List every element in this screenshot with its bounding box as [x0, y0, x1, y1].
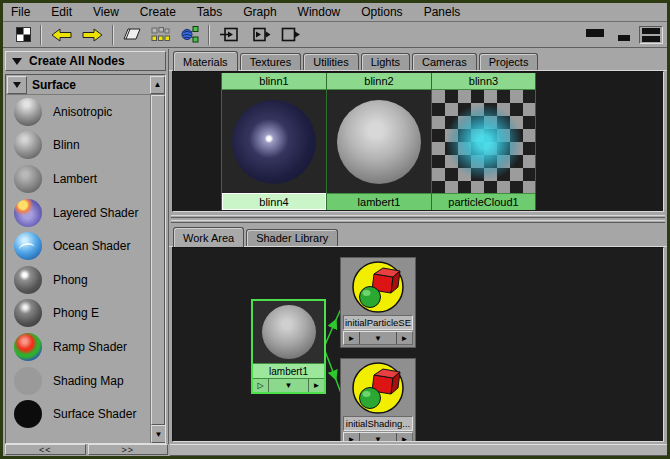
expand-sidebar-button[interactable]: >>	[88, 444, 169, 455]
lambert1-node-footer: ▷ ▼ ►	[253, 378, 324, 392]
node-output-arrow[interactable]: ►	[397, 433, 412, 442]
menu-create[interactable]: Create	[140, 5, 176, 19]
swatch-label-lambert1[interactable]: lambert1	[327, 193, 431, 210]
tab-shader-library[interactable]: Shader Library	[246, 229, 338, 247]
node-expand-arrow[interactable]: ▼	[268, 379, 309, 392]
blinn-swatch-icon	[14, 131, 42, 159]
list-item-layered-shader[interactable]: Layered Shader	[6, 196, 150, 230]
list-item-label: Anisotropic	[53, 105, 112, 119]
collapse-sidebar-button[interactable]: <<	[5, 444, 86, 455]
swatch-label-blinn2[interactable]: blinn2	[327, 73, 431, 90]
navy-sphere-swatch	[232, 100, 316, 184]
swatch-label-blinn1[interactable]: blinn1	[222, 73, 326, 90]
node-label-initialshadinggroup: initialShading...	[343, 416, 413, 431]
input-connections-icon[interactable]	[217, 25, 241, 44]
layout-bottom-pane-button[interactable]	[611, 26, 635, 44]
layout-top-pane-button[interactable]	[583, 26, 607, 44]
tab-projects[interactable]: Projects	[479, 53, 539, 71]
menu-window[interactable]: Window	[298, 5, 341, 19]
tab-lights[interactable]: Lights	[361, 53, 410, 71]
panel-splitter[interactable]	[171, 212, 665, 225]
list-item-phong[interactable]: Phong	[6, 263, 150, 297]
list-item-surface-shader[interactable]: Surface Shader	[6, 397, 150, 431]
menu-file[interactable]: File	[11, 5, 30, 19]
tab-cameras[interactable]: Cameras	[412, 53, 477, 71]
menu-edit[interactable]: Edit	[51, 5, 72, 19]
back-arrow-icon[interactable]	[49, 26, 74, 44]
list-item-ocean-shader[interactable]: Ocean Shader	[6, 229, 150, 263]
surface-dropdown-button[interactable]	[7, 76, 27, 94]
scroll-down-button[interactable]: ▼	[151, 425, 165, 443]
tab-textures[interactable]: Textures	[240, 53, 302, 71]
materials-tab-bar: Materials Textures Utilities Lights Came…	[169, 49, 667, 71]
work-area-graph[interactable]: lambert1 ▷ ▼ ►	[172, 247, 664, 442]
window-resize-strip[interactable]	[170, 444, 667, 456]
node-input-arrow[interactable]: ►	[344, 433, 359, 442]
menu-panels[interactable]: Panels	[424, 5, 461, 19]
splitter-ridge	[171, 215, 665, 218]
node-initialparticlese[interactable]: initialParticleSE ► ▼ ►	[340, 257, 416, 348]
surface-shader-swatch-icon	[14, 400, 42, 428]
material-swatch-particlecloud1[interactable]	[432, 90, 535, 193]
hypershade-window: File Edit View Create Tabs Graph Window …	[0, 0, 670, 459]
create-all-nodes-bar[interactable]: Create All Nodes	[5, 51, 166, 71]
surface-section-header: Surface ▲	[6, 75, 165, 95]
node-label-initialparticlese: initialParticleSE	[343, 315, 413, 330]
list-item-label: Shading Map	[53, 374, 124, 388]
list-item-shading-map[interactable]: Shading Map	[6, 364, 150, 398]
swatch-label-blinn3[interactable]: blinn3	[432, 73, 535, 90]
list-item-lambert[interactable]: Lambert	[6, 162, 150, 196]
anisotropic-swatch-icon	[14, 98, 42, 126]
shading-group-icon	[341, 258, 415, 315]
list-item-label: Blinn	[53, 138, 80, 152]
forward-arrow-icon[interactable]	[80, 26, 105, 44]
collapse-triangle-icon	[12, 58, 22, 65]
swatch-toggle-icon[interactable]	[14, 25, 33, 44]
material-swatch-blinn4[interactable]	[222, 90, 326, 193]
node-output-arrow[interactable]: ►	[397, 332, 412, 344]
lambert-swatch-icon	[14, 165, 42, 193]
tab-materials[interactable]: Materials	[173, 51, 238, 71]
list-item-label: Phong	[53, 273, 88, 287]
output-connections-icon[interactable]	[279, 25, 303, 44]
rearrange-graph-icon[interactable]	[149, 25, 172, 44]
graph-network-icon[interactable]	[178, 24, 201, 45]
material-swatch-lambert1[interactable]	[327, 90, 431, 193]
tab-utilities[interactable]: Utilities	[303, 53, 358, 71]
materials-swatch-area[interactable]: blinn1 blinn4 blinn2 lambert1	[172, 71, 664, 212]
node-expand-arrow[interactable]: ▼	[359, 433, 397, 442]
menu-options[interactable]: Options	[361, 5, 402, 19]
node-expand-arrow[interactable]: ▼	[359, 332, 397, 344]
menu-view[interactable]: View	[93, 5, 119, 19]
clear-graph-icon[interactable]	[121, 26, 143, 43]
scroll-up-button[interactable]: ▲	[150, 76, 165, 94]
tab-work-area[interactable]: Work Area	[173, 227, 244, 247]
swatch-label-blinn4[interactable]: blinn4	[222, 193, 326, 210]
list-item-anisotropic[interactable]: Anisotropic	[6, 95, 150, 129]
list-item-ramp-shader[interactable]: Ramp Shader	[6, 330, 150, 364]
node-output-arrow[interactable]: ►	[309, 379, 324, 392]
surface-panel: Surface ▲ Anisotropic Blinn	[5, 74, 166, 444]
node-connections	[173, 248, 663, 441]
node-input-arrow[interactable]: ►	[344, 332, 359, 344]
ramp-shader-swatch-icon	[14, 333, 42, 361]
list-item-label: Phong E	[53, 306, 99, 320]
layout-split-panes-button[interactable]	[639, 26, 663, 44]
node-label-lambert1: lambert1	[253, 363, 324, 378]
input-output-connections-icon[interactable]	[247, 25, 273, 44]
list-item-phong-e[interactable]: Phong E	[6, 297, 150, 331]
list-item-label: Ocean Shader	[53, 239, 130, 253]
node-initialshadinggroup[interactable]: initialShading... ► ▼ ►	[340, 358, 416, 442]
sidebar-scrollbar[interactable]: ▼	[150, 95, 165, 443]
node-input-arrow[interactable]: ▷	[253, 379, 268, 392]
list-item-label: Layered Shader	[53, 206, 138, 220]
work-area-tab-bar: Work Area Shader Library	[169, 225, 667, 247]
scrollbar-thumb[interactable]	[151, 95, 165, 425]
menu-graph[interactable]: Graph	[243, 5, 276, 19]
swatch-label-particlecloud1[interactable]: particleCloud1	[432, 193, 535, 210]
list-item-blinn[interactable]: Blinn	[6, 129, 150, 163]
swatch-column-1: blinn1 blinn4	[221, 73, 326, 210]
node-lambert1[interactable]: lambert1 ▷ ▼ ►	[251, 299, 326, 394]
menu-tabs[interactable]: Tabs	[197, 5, 222, 19]
initialparticlese-node-footer: ► ▼ ►	[343, 331, 413, 345]
